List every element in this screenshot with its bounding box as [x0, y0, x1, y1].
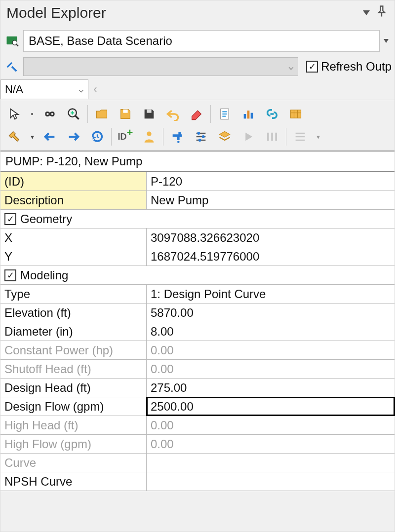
prop-label-elevation: Elevation (ft)	[0, 304, 147, 322]
scenario-value: BASE, Base Data Scenario	[29, 34, 172, 48]
pin-icon[interactable]	[375, 4, 389, 21]
prop-row-elevation[interactable]: Elevation (ft) 5870.00	[0, 304, 395, 322]
link-icon[interactable]	[261, 103, 283, 125]
section-modeling[interactable]: ✓ Modeling	[0, 266, 395, 285]
save-dark-icon[interactable]	[138, 103, 160, 125]
prop-row-shutoff-head: Shutoff Head (ft) 0.00	[0, 360, 395, 379]
tools-icon[interactable]	[3, 58, 20, 75]
data-table-icon[interactable]	[285, 103, 307, 125]
hammer-icon[interactable]	[3, 126, 25, 148]
id-plus-icon[interactable]: ID+	[115, 126, 136, 148]
prop-value-diameter[interactable]: 8.00	[147, 322, 395, 341]
checkbox-icon[interactable]: ✓	[4, 213, 16, 225]
svg-rect-7	[123, 110, 127, 113]
prop-label-curve: Curve	[0, 454, 147, 472]
refresh-row: ⌵ ✓ Refresh Outp	[0, 55, 395, 78]
prop-label-y: Y	[0, 247, 147, 266]
prop-row-x[interactable]: X 3097088.326623020	[0, 228, 395, 247]
prop-value-design-flow[interactable]: 2500.00	[147, 397, 395, 416]
prop-row-curve[interactable]: Curve	[0, 454, 395, 472]
prop-value-curve[interactable]	[147, 454, 395, 472]
prop-label-id: (ID)	[0, 172, 147, 190]
svg-rect-14	[247, 111, 250, 118]
prop-value-type[interactable]: 1: Design Point Curve	[147, 285, 395, 303]
panel-header-controls	[363, 4, 389, 21]
refresh-output-checkbox[interactable]: ✓ Refresh Outp	[306, 60, 392, 74]
chevron-down-icon: ⌵	[79, 84, 84, 95]
svg-point-27	[197, 132, 200, 135]
prop-value-npsh-curve[interactable]	[147, 472, 395, 491]
checkbox-icon[interactable]: ✓	[4, 269, 16, 281]
prop-value-constant-power: 0.00	[147, 341, 395, 359]
toolbar-divider	[111, 128, 112, 146]
prop-value-high-flow: 0.00	[147, 435, 395, 453]
infinity-icon[interactable]	[39, 103, 61, 125]
play-icon[interactable]	[237, 126, 259, 148]
prop-row-design-flow[interactable]: Design Flow (gpm) 2500.00	[0, 397, 395, 416]
list-settings-icon[interactable]	[289, 126, 311, 148]
arrow-right-icon[interactable]	[63, 126, 84, 148]
refresh-output-label: Refresh Outp	[321, 60, 392, 74]
history-icon[interactable]	[86, 126, 108, 148]
svg-rect-13	[244, 114, 246, 118]
prop-row-y[interactable]: Y 1687024.519776000	[0, 247, 395, 266]
report-icon[interactable]	[214, 103, 236, 125]
prop-label-description: Description	[0, 191, 147, 209]
secondary-selector[interactable]: ⌵	[23, 57, 298, 76]
prop-label-shutoff-head: Shutoff Head (ft)	[0, 360, 147, 378]
eraser-icon[interactable]	[186, 103, 207, 125]
dropdown-dot-icon[interactable]: ▾	[313, 126, 323, 148]
section-geometry[interactable]: ✓ Geometry	[0, 210, 395, 228]
person-icon[interactable]	[138, 126, 160, 148]
prop-label-design-flow: Design Flow (gpm)	[0, 397, 147, 416]
prop-row-id[interactable]: (ID) P-120	[0, 172, 395, 191]
prop-row-diameter[interactable]: Diameter (in) 8.00	[0, 322, 395, 341]
layers-icon[interactable]	[214, 126, 236, 148]
faucet-icon[interactable]	[166, 126, 188, 148]
prop-row-high-head: High Head (ft) 0.00	[0, 416, 395, 435]
prop-value-design-head[interactable]: 275.00	[147, 379, 395, 397]
prop-row-description[interactable]: Description New Pump	[0, 191, 395, 210]
bar-chart-icon[interactable]	[237, 103, 259, 125]
scenario-icon[interactable]	[3, 33, 20, 49]
pointer-icon[interactable]	[3, 103, 25, 125]
toolbar-divider	[163, 128, 163, 146]
section-modeling-label: Modeling	[20, 268, 68, 282]
save-icon[interactable]	[115, 103, 136, 125]
prop-value-description[interactable]: New Pump	[147, 191, 395, 209]
prop-value-x[interactable]: 3097088.326623020	[147, 228, 395, 247]
prop-value-id[interactable]: P-120	[147, 172, 395, 190]
nav-back-button[interactable]: ‹	[88, 83, 102, 96]
toolbar-divider	[210, 105, 211, 123]
prop-label-design-head: Design Head (ft)	[0, 379, 147, 397]
scenario-dropdown-icon[interactable]	[383, 39, 392, 43]
prop-row-type[interactable]: Type 1: Design Point Curve	[0, 285, 395, 304]
prop-value-elevation[interactable]: 5870.00	[147, 304, 395, 322]
svg-line-4	[76, 116, 79, 119]
prop-label-type: Type	[0, 285, 147, 303]
scenario-selector[interactable]: BASE, Base Data Scenario	[23, 30, 380, 52]
prop-value-high-head: 0.00	[147, 416, 395, 434]
svg-line-21	[97, 137, 99, 138]
na-selector[interactable]: N/A ⌵	[0, 79, 88, 99]
sliders-icon[interactable]	[190, 126, 212, 148]
svg-point-29	[198, 139, 201, 142]
dropdown-dot-icon[interactable]: ▾	[27, 126, 37, 148]
panel-header: Model Explorer	[0, 0, 395, 27]
arrow-left-icon[interactable]	[39, 126, 61, 148]
na-row: N/A ⌵ ‹	[0, 78, 395, 100]
panel-title: Model Explorer	[6, 4, 363, 21]
dropdown-dot-icon[interactable]: •	[27, 103, 37, 125]
undo-icon[interactable]	[162, 103, 184, 125]
prop-value-y[interactable]: 1687024.519776000	[147, 247, 395, 266]
toolbar-row-2: ▾ ID+	[0, 126, 395, 151]
svg-rect-16	[291, 110, 301, 118]
prop-row-high-flow: High Flow (gpm) 0.00	[0, 435, 395, 454]
folder-open-icon[interactable]	[91, 103, 113, 125]
panel-menu-icon[interactable]	[363, 10, 370, 15]
prop-row-design-head[interactable]: Design Head (ft) 275.00	[0, 379, 395, 397]
prop-row-npsh-curve[interactable]: NPSH Curve	[0, 472, 395, 491]
toolbar-divider	[87, 105, 88, 123]
zoom-in-icon[interactable]	[63, 103, 84, 125]
settings-bars-icon[interactable]	[261, 126, 283, 148]
